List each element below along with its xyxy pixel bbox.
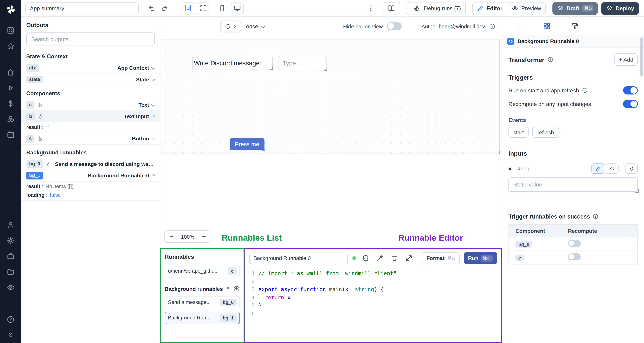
- delete-button[interactable]: [390, 254, 399, 262]
- resize-handle[interactable]: [262, 148, 265, 151]
- fullscreen-button[interactable]: [197, 2, 210, 14]
- output-row-bg0[interactable]: bg_0 Send a message to discord using web…: [21, 158, 160, 170]
- audit-logs-icon[interactable]: [0, 280, 21, 295]
- search-outputs-input[interactable]: [26, 32, 155, 46]
- docs-button[interactable]: [383, 2, 400, 14]
- badge-c[interactable]: c: [516, 254, 524, 261]
- info-icon[interactable]: [547, 57, 553, 62]
- info-icon[interactable]: [593, 214, 599, 220]
- user-icon[interactable]: [0, 217, 21, 233]
- collapse-icon[interactable]: [0, 327, 21, 343]
- folders-icon[interactable]: [0, 264, 21, 280]
- text-component[interactable]: Write Discord message:: [192, 57, 273, 69]
- app-summary-input[interactable]: [26, 2, 139, 14]
- windmill-logo[interactable]: [5, 4, 16, 15]
- event-chip-start[interactable]: start: [508, 127, 529, 138]
- badge-bg1-selected[interactable]: bg_1: [26, 172, 43, 179]
- ai-sparkle-icon[interactable]: [225, 286, 231, 292]
- debug-runs-button[interactable]: Debug runs (7): [407, 2, 466, 14]
- chevron-down-icon[interactable]: [151, 65, 155, 69]
- runnable-item-bg0[interactable]: Send a message... bg_0: [165, 296, 240, 308]
- expand-button[interactable]: [404, 254, 414, 262]
- help-icon[interactable]: [0, 312, 21, 327]
- recompute-on-input-toggle[interactable]: [623, 100, 638, 108]
- schedules-icon[interactable]: [0, 127, 21, 142]
- output-row-b[interactable]: b Text Input: [21, 111, 160, 122]
- output-row-bg1[interactable]: bg_1 Background Runnable 0: [21, 170, 160, 182]
- runs-icon[interactable]: [0, 80, 21, 96]
- draft-button[interactable]: Draft ⌘S: [552, 2, 598, 14]
- run-on-start-toggle[interactable]: [623, 86, 638, 94]
- badge-b[interactable]: b: [26, 113, 35, 120]
- app-canvas[interactable]: Write Discord message: Press me: [160, 39, 500, 154]
- button-component[interactable]: Press me: [230, 138, 264, 150]
- refresh-count-box[interactable]: 2: [220, 20, 241, 32]
- hide-bar-toggle[interactable]: [387, 22, 402, 30]
- runnable-item-script[interactable]: u/henri/scrape_githu... c: [165, 265, 240, 277]
- more-menu-button[interactable]: [365, 2, 377, 14]
- text-input-component[interactable]: [278, 56, 326, 70]
- ai-wand-button[interactable]: [375, 254, 385, 262]
- undo-button[interactable]: [145, 2, 158, 14]
- settings-icon[interactable]: [0, 233, 21, 248]
- resize-handle[interactable]: [270, 66, 273, 70]
- format-button[interactable]: Format ⌘S: [422, 252, 459, 264]
- connect-input-button[interactable]: [625, 164, 638, 174]
- recompute-bg0-toggle[interactable]: [568, 240, 581, 247]
- event-chip-refresh[interactable]: refresh: [532, 127, 559, 138]
- zoom-out-button[interactable]: −: [165, 231, 178, 242]
- recompute-c-toggle[interactable]: [568, 253, 581, 260]
- output-row-c[interactable]: c Button: [21, 133, 160, 144]
- chevron-down-icon[interactable]: [151, 102, 155, 106]
- badge-c[interactable]: c: [26, 135, 34, 142]
- zoom-in-button[interactable]: +: [197, 231, 211, 242]
- frequency-select[interactable]: once: [246, 23, 264, 29]
- desktop-view-button[interactable]: [231, 2, 244, 14]
- styling-tab[interactable]: [570, 21, 580, 31]
- output-row-ctx[interactable]: ctx App Context: [21, 62, 160, 74]
- editor-code[interactable]: // import * as wmill from "windmill-clie…: [258, 268, 501, 342]
- info-icon[interactable]: [582, 88, 588, 93]
- align-columns-button[interactable]: [182, 2, 194, 14]
- chevron-up-icon[interactable]: [151, 174, 155, 178]
- static-input-mode-button[interactable]: [592, 164, 604, 174]
- apps-icon[interactable]: [0, 23, 21, 38]
- canvas-resize-handle[interactable]: [497, 151, 500, 154]
- badge-bg0[interactable]: bg_0: [26, 160, 43, 168]
- redo-button[interactable]: [158, 2, 171, 14]
- scrollbar[interactable]: [640, 38, 643, 76]
- code-editor[interactable]: 123456 // import * as wmill from "windmi…: [245, 268, 501, 342]
- badge-a[interactable]: a: [26, 101, 34, 109]
- static-value-input[interactable]: [508, 178, 638, 192]
- runnable-item-bg1-selected[interactable]: Background Run... bg_1: [165, 312, 240, 324]
- resize-handle[interactable]: [324, 68, 327, 71]
- cache-icon-button[interactable]: [360, 254, 370, 262]
- runnable-name-input[interactable]: [249, 252, 348, 264]
- mobile-view-button[interactable]: [216, 2, 228, 14]
- run-button[interactable]: Run ⌘⏎: [464, 252, 497, 264]
- discord-message-input[interactable]: [278, 56, 326, 70]
- workers-icon[interactable]: [0, 248, 21, 264]
- chevron-down-icon[interactable]: [151, 77, 155, 81]
- insert-component-tab[interactable]: [514, 21, 524, 31]
- resize-handle[interactable]: [635, 189, 639, 192]
- badge-state[interactable]: state: [26, 76, 43, 83]
- output-row-state[interactable]: state State: [21, 74, 160, 86]
- deploy-button[interactable]: Deploy: [601, 2, 639, 14]
- badge-bg0[interactable]: bg_0: [516, 241, 532, 248]
- chevron-down-icon[interactable]: [151, 136, 155, 140]
- eval-input-mode-button[interactable]: [606, 164, 618, 174]
- hub-icon[interactable]: [0, 111, 21, 127]
- info-icon[interactable]: [489, 23, 495, 29]
- add-transformer-button[interactable]: + Add: [614, 53, 638, 66]
- editor-tab[interactable]: Editor: [472, 2, 507, 14]
- preview-tab[interactable]: Preview: [507, 2, 546, 14]
- variables-icon[interactable]: [0, 96, 21, 111]
- favorites-icon[interactable]: [0, 38, 21, 54]
- home-icon[interactable]: [0, 64, 21, 80]
- badge-ctx[interactable]: ctx: [26, 64, 39, 72]
- add-background-runnable-button[interactable]: [233, 286, 240, 292]
- chevron-up-icon[interactable]: [151, 115, 155, 119]
- component-settings-tab[interactable]: [542, 21, 552, 31]
- output-row-a[interactable]: a Text: [21, 100, 160, 111]
